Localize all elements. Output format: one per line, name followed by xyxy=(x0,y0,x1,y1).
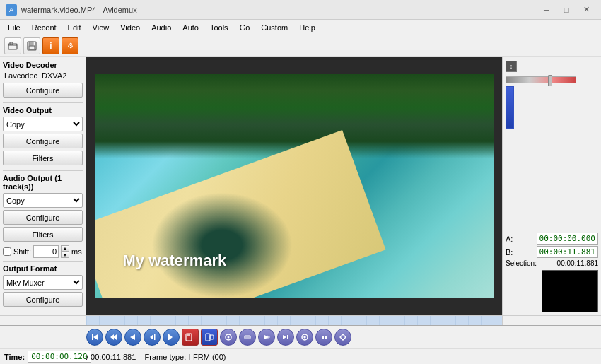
status-main: / 00:00:11.881 Frame type: I-FRM (00) xyxy=(86,353,597,361)
output-format-label: Output Format xyxy=(3,264,83,273)
spin-down[interactable]: ▼ xyxy=(61,252,69,258)
go-start-btn[interactable] xyxy=(86,329,103,346)
svg-rect-25 xyxy=(322,336,324,339)
current-time: 00:00:00.120 xyxy=(28,351,91,363)
spin-up[interactable]: ▲ xyxy=(61,245,69,252)
toggle-btn-3[interactable] xyxy=(258,329,275,346)
svg-marker-5 xyxy=(93,334,98,340)
mini-preview xyxy=(542,270,598,312)
minimize-button[interactable]: ─ xyxy=(537,3,556,17)
timeline-ticks xyxy=(86,316,502,325)
menu-recent[interactable]: Recent xyxy=(27,22,62,33)
decoder-row: Lavcodec DXVA2 xyxy=(3,71,83,80)
menu-audio[interactable]: Audio xyxy=(146,22,176,33)
video-output-filters-btn[interactable]: Filters xyxy=(3,151,83,165)
menu-video[interactable]: Video xyxy=(115,22,145,33)
window-title: watermark.video.MP4 - Avidemux xyxy=(21,6,137,14)
shift-checkbox[interactable] xyxy=(3,247,11,256)
audio-output-select-row: Copy None xyxy=(3,193,83,208)
timeline-scrollbar[interactable] xyxy=(86,316,502,325)
divider-1 xyxy=(3,102,83,103)
water-shadow xyxy=(151,192,293,298)
window-controls: ─ □ ✕ xyxy=(537,3,595,17)
info-button[interactable]: i xyxy=(42,37,59,54)
color-slider[interactable] xyxy=(506,76,576,83)
menu-auto[interactable]: Auto xyxy=(177,22,204,33)
timeline-left-spacer xyxy=(0,316,86,325)
b-time: 00:00:11.881 xyxy=(537,246,598,258)
spin-buttons: ▲ ▼ xyxy=(61,245,69,258)
mark-a-btn[interactable] xyxy=(182,329,199,346)
menu-file[interactable]: File xyxy=(3,22,25,33)
svg-rect-3 xyxy=(29,42,33,45)
output-format-select[interactable]: Mkv Muxer MP4 Muxer AVI Muxer xyxy=(3,275,83,290)
go-back-btn[interactable] xyxy=(124,329,141,346)
content-area: Video Decoder Lavcodec DXVA2 Configure V… xyxy=(0,57,601,315)
video-main: My watermark xyxy=(86,57,502,315)
svg-rect-23 xyxy=(287,335,288,339)
spacer xyxy=(506,129,598,233)
main-toolbar: i ⚙ xyxy=(0,35,601,57)
menu-tools[interactable]: Tools xyxy=(205,22,233,33)
open-button[interactable] xyxy=(4,37,21,54)
save-button[interactable] xyxy=(23,37,40,54)
playback-controls xyxy=(86,329,601,346)
menu-edit[interactable]: Edit xyxy=(63,22,86,33)
video-output-configure-btn[interactable]: Configure xyxy=(3,134,83,148)
video-output-select[interactable]: Copy None xyxy=(3,117,83,131)
audio-output-label: Audio Output (1 track(s)) xyxy=(3,174,83,191)
bottom-strip: Time: 00:00:00.120 / 00:00:11.881 Frame … xyxy=(0,315,601,364)
audio-output-select[interactable]: Copy None xyxy=(3,193,83,208)
svg-rect-26 xyxy=(325,336,327,339)
toggle-btn-7[interactable] xyxy=(334,329,351,346)
toggle-btn-5[interactable] xyxy=(296,329,313,346)
toggle-btn-4[interactable] xyxy=(277,329,294,346)
codec-name: Lavcodec xyxy=(4,71,37,80)
settings-button[interactable]: ⚙ xyxy=(62,37,78,54)
title-bar: A watermark.video.MP4 - Avidemux ─ □ ✕ xyxy=(0,0,601,20)
go-back-one-btn[interactable] xyxy=(144,329,161,346)
app-icon: A xyxy=(6,4,17,16)
audio-output-filters-btn[interactable]: Filters xyxy=(3,227,83,242)
video-frame: My watermark xyxy=(95,74,494,298)
menu-custom[interactable]: Custom xyxy=(256,22,293,33)
mark-b-btn[interactable] xyxy=(201,329,218,346)
b-label: B: xyxy=(506,248,513,257)
go-forward-one-btn[interactable] xyxy=(163,329,180,346)
zoom-toggle-btn[interactable]: ↕ xyxy=(506,61,517,72)
toggle-btn-6[interactable] xyxy=(315,329,332,346)
output-format-select-row: Mkv Muxer MP4 Muxer AVI Muxer xyxy=(3,275,83,290)
slider-controls xyxy=(506,86,598,129)
toggle-btn-1[interactable] xyxy=(220,329,237,346)
toggle-btn-2[interactable] xyxy=(239,329,256,346)
divider-3 xyxy=(3,261,83,262)
video-decoder-configure-btn[interactable]: Configure xyxy=(3,83,83,98)
video-output-label: Video Output xyxy=(3,106,83,115)
shift-label: Shift: xyxy=(13,247,31,256)
zoom-controls: ↕ xyxy=(506,59,598,72)
close-button[interactable]: ✕ xyxy=(577,3,595,17)
output-format-configure-btn[interactable]: Configure xyxy=(3,292,83,307)
maximize-button[interactable]: □ xyxy=(557,3,576,17)
menu-bar: File Recent Edit View Video Audio Auto T… xyxy=(0,20,601,35)
audio-output-configure-btn[interactable]: Configure xyxy=(3,210,83,225)
shift-input[interactable] xyxy=(33,245,59,258)
blue-bar xyxy=(506,86,514,129)
menu-go[interactable]: Go xyxy=(235,22,255,33)
a-marker-row: A: 00:00:00.000 xyxy=(506,233,598,245)
status-bar: Time: 00:00:00.120 / 00:00:11.881 Frame … xyxy=(0,348,601,364)
menu-help[interactable]: Help xyxy=(294,22,320,33)
video-container: My watermark xyxy=(86,57,502,315)
svg-marker-22 xyxy=(283,335,286,339)
svg-rect-4 xyxy=(29,46,35,49)
time-label: Time: xyxy=(4,353,25,361)
shift-row: Shift: ▲ ▼ ms xyxy=(3,245,83,258)
frame-type: Frame type: I-FRM (00) xyxy=(145,353,226,361)
go-back-many-btn[interactable] xyxy=(105,329,122,346)
menu-view[interactable]: View xyxy=(88,22,115,33)
total-time: / 00:00:11.881 xyxy=(86,353,136,361)
slider-area xyxy=(506,76,598,129)
video-output-select-row: Copy None xyxy=(3,117,83,131)
selection-label: Selection: xyxy=(506,259,537,267)
svg-marker-8 xyxy=(110,334,114,340)
